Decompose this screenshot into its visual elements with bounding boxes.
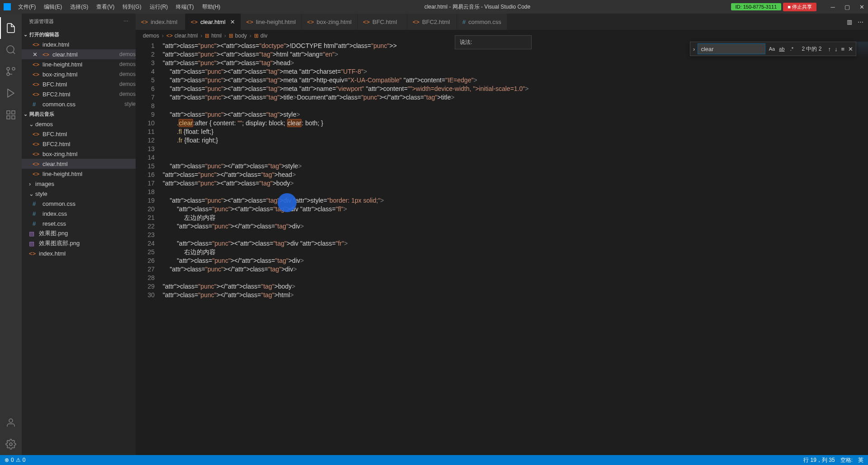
menu-run[interactable]: 运行(R)	[146, 1, 172, 13]
file-item[interactable]: <>index.html	[22, 248, 136, 258]
file-item[interactable]: ▧效果图.png	[22, 228, 136, 238]
find-input[interactable]	[698, 43, 765, 54]
crumb-div[interactable]: ⊞div	[254, 33, 267, 39]
tab-bfc[interactable]: <>BFC.html	[358, 14, 407, 30]
menu-selection[interactable]: 选择(S)	[66, 1, 92, 13]
account-icon[interactable]	[0, 412, 22, 433]
open-editor-item[interactable]: <>BFC2.htmldemos	[22, 89, 136, 99]
find-selection-icon[interactable]: ≡	[840, 45, 845, 53]
open-editor-item[interactable]: ✕<>clear.htmldemos	[22, 49, 136, 59]
menu-terminal[interactable]: 终端(T)	[172, 1, 197, 13]
minimize-button[interactable]: ─	[830, 4, 835, 9]
vscode-logo-icon	[4, 3, 11, 10]
menu-view[interactable]: 查看(V)	[93, 1, 118, 13]
sidebar-title: 资源管理器	[29, 18, 54, 25]
svg-point-0	[7, 46, 14, 53]
tab-index[interactable]: <>index.html	[136, 14, 185, 30]
tab-line-height[interactable]: <>line-height.html	[241, 14, 302, 30]
extensions-icon[interactable]	[0, 104, 22, 126]
settings-icon[interactable]	[0, 433, 22, 455]
crumb-body[interactable]: ⊞body	[229, 33, 247, 39]
find-widget: › Aa ab .* 2 中的 2 ↑ ↓ ≡ ✕	[690, 42, 856, 56]
titlebar: 文件(F) 编辑(E) 选择(S) 查看(V) 转到(G) 运行(R) 终端(T…	[0, 0, 868, 14]
sidebar: 资源管理器 ⋯ ⌄打开的编辑器 <>index.html ✕<>clear.ht…	[22, 14, 136, 455]
svg-rect-6	[7, 111, 10, 114]
match-word-icon[interactable]: ab	[777, 44, 786, 53]
tab-box-zing[interactable]: <>box-zing.html	[302, 14, 358, 30]
open-editors-tree: <>index.html ✕<>clear.htmldemos <>line-h…	[22, 39, 136, 109]
svg-rect-7	[12, 111, 15, 114]
open-editor-item[interactable]: <>box-zing.htmldemos	[22, 69, 136, 79]
stop-share-button[interactable]: ■ 停止共享	[783, 3, 816, 11]
crumb-demos[interactable]: demos	[143, 33, 159, 39]
open-editor-item[interactable]: <>line-height.htmldemos	[22, 59, 136, 69]
explorer-icon[interactable]	[0, 17, 22, 39]
tab-common-css[interactable]: #common.css	[457, 14, 507, 30]
line-numbers: 1234567891011121314151617181920212223242…	[136, 42, 163, 455]
toggle-replace-icon[interactable]: ›	[690, 46, 698, 52]
folder-images[interactable]: ›images	[22, 179, 136, 189]
crumb-html[interactable]: ⊞html	[205, 33, 222, 39]
find-prev-icon[interactable]: ↑	[827, 45, 832, 53]
file-item[interactable]: #common.css	[22, 199, 136, 209]
file-item[interactable]: <>BFC.html	[22, 129, 136, 139]
menu-file[interactable]: 文件(F)	[14, 1, 39, 13]
menu-go[interactable]: 转到(G)	[119, 1, 145, 13]
svg-rect-9	[12, 116, 15, 119]
status-spaces[interactable]: 空格:	[840, 456, 853, 464]
close-window-button[interactable]: ✕	[859, 4, 864, 9]
status-ime[interactable]: 英	[858, 456, 863, 464]
file-item[interactable]: ▧效果图底部.png	[22, 238, 136, 248]
status-line-col[interactable]: 行 19，列 35	[803, 456, 835, 464]
menu-help[interactable]: 帮助(H)	[198, 1, 224, 13]
search-icon[interactable]	[0, 39, 22, 61]
source-control-icon[interactable]	[0, 61, 22, 82]
code-editor[interactable]: 1234567891011121314151617181920212223242…	[136, 42, 868, 455]
file-item[interactable]: #index.css	[22, 209, 136, 218]
folder-style[interactable]: ⌄style	[22, 189, 136, 199]
open-editor-item[interactable]: #common.cssstyle	[22, 99, 136, 109]
file-item[interactable]: <>box-zing.html	[22, 149, 136, 159]
open-editor-item[interactable]: <>BFC.htmldemos	[22, 79, 136, 89]
svg-point-10	[9, 419, 13, 422]
split-editor-icon[interactable]: ▥	[847, 19, 852, 25]
run-debug-icon[interactable]	[0, 82, 22, 104]
file-item[interactable]: <>line-height.html	[22, 169, 136, 179]
open-editor-item[interactable]: <>index.html	[22, 39, 136, 49]
tab-bfc2[interactable]: <>BFC2.html	[407, 14, 457, 30]
sidebar-header: 资源管理器 ⋯	[22, 14, 136, 29]
status-bar: ⊗ 0 ⚠ 0 行 19，列 35 空格: 英	[0, 455, 868, 465]
svg-point-11	[9, 443, 12, 446]
folder-demos[interactable]: ⌄demos	[22, 119, 136, 129]
find-next-icon[interactable]: ↓	[834, 45, 839, 53]
svg-point-4	[7, 67, 9, 70]
maximize-button[interactable]: ▢	[844, 4, 850, 9]
file-item[interactable]: <>clear.html	[22, 159, 136, 169]
crumb-file[interactable]: <>clear.html	[166, 33, 198, 39]
menu-edit[interactable]: 编辑(E)	[40, 1, 66, 13]
find-count: 2 中的 2	[798, 45, 825, 53]
project-tree: ⌄demos <>BFC.html <>BFC2.html <>box-zing…	[22, 119, 136, 258]
more-actions-icon[interactable]: ⋯	[858, 19, 863, 25]
regex-icon[interactable]: .*	[787, 44, 796, 53]
open-editors-header[interactable]: ⌄打开的编辑器	[22, 29, 136, 39]
match-case-icon[interactable]: Aa	[767, 44, 776, 53]
svg-marker-5	[8, 89, 14, 97]
find-close-icon[interactable]: ✕	[847, 45, 854, 53]
sidebar-more-icon[interactable]: ⋯	[123, 19, 128, 24]
svg-rect-8	[7, 116, 10, 119]
close-icon[interactable]: ✕	[33, 51, 40, 58]
file-item[interactable]: #reset.css	[22, 218, 136, 228]
close-icon[interactable]: ✕	[230, 19, 235, 25]
file-item[interactable]: <>BFC2.html	[22, 139, 136, 149]
share-id-badge[interactable]: ID: 150-8775-3111	[731, 3, 782, 10]
project-header[interactable]: ⌄网易云音乐	[22, 109, 136, 119]
svg-line-1	[13, 52, 15, 54]
window-title: clear.html - 网易云音乐 - Visual Studio Code	[224, 3, 731, 11]
window-controls: ─ ▢ ✕	[830, 4, 864, 9]
editor-tabs: <>index.html <>clear.html✕ <>line-height…	[136, 14, 868, 30]
activity-bar	[0, 14, 22, 455]
tab-clear[interactable]: <>clear.html✕	[185, 14, 241, 30]
tooltip: 说法:	[455, 35, 532, 49]
status-errors[interactable]: ⊗ 0 ⚠ 0	[5, 457, 25, 463]
